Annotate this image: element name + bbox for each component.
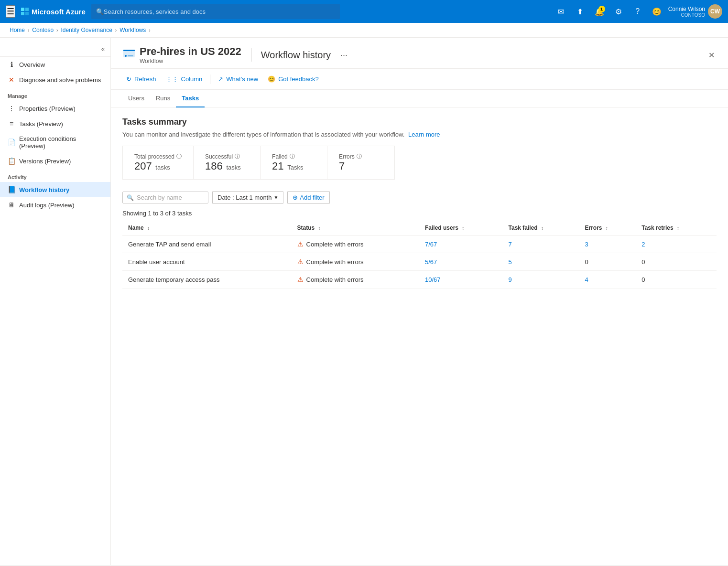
add-filter-button[interactable]: ⊕ Add filter — [287, 191, 329, 204]
failed-users-link-2[interactable]: 10/67 — [425, 276, 441, 283]
upload-button[interactable]: ⬆ — [573, 4, 588, 19]
col-task-retries[interactable]: Task retries ↕ — [636, 221, 717, 235]
refresh-button[interactable]: ↻ Refresh — [122, 73, 160, 85]
task-failed-link-2[interactable]: 9 — [509, 276, 512, 283]
tab-users[interactable]: Users — [122, 90, 150, 107]
sidebar-item-properties-label: Properties (Preview) — [19, 105, 76, 112]
breadcrumb-workflows[interactable]: Workflows — [120, 27, 146, 33]
user-profile[interactable]: Connie Wilson CONTOSO CW — [668, 4, 722, 19]
sidebar-item-diagnose[interactable]: ✕ Diagnose and solve problems — [0, 72, 110, 87]
collapse-icon: « — [101, 45, 105, 53]
summary-card-failed: Failed ⓘ 21 Tasks — [261, 146, 327, 179]
topbar: ☰ Microsoft Azure 🔍 ✉ ⬆ 🔔 1 ⚙ ? 😊 Connie… — [0, 0, 728, 23]
sidebar-item-audit-logs-label: Audit logs (Preview) — [19, 202, 75, 209]
settings-button[interactable]: ⚙ — [611, 4, 626, 19]
sidebar-item-versions[interactable]: 📋 Versions (Preview) — [0, 153, 110, 169]
learn-more-link[interactable]: Learn more — [408, 131, 440, 138]
col-status[interactable]: Status ↕ — [292, 221, 419, 235]
breadcrumb-home[interactable]: Home — [10, 27, 25, 33]
cell-status-2: ⚠ Complete with errors — [292, 271, 419, 288]
table-row: Generate TAP and send email ⚠ Complete w… — [122, 235, 717, 253]
feedback-toolbar-button[interactable]: 😊 Got feedback? — [264, 73, 323, 85]
status-text-1: Complete with errors — [306, 258, 364, 266]
sidebar-item-diagnose-label: Diagnose and solve problems — [19, 76, 101, 84]
feedback-button[interactable]: 😊 — [649, 4, 664, 19]
total-processed-label: Total processed — [134, 153, 174, 160]
section-title: Tasks summary — [122, 117, 717, 127]
col-failed-users[interactable]: Failed users ↕ — [419, 221, 503, 235]
filters-bar: 🔍 Date : Last 1 month ▼ ⊕ Add filter — [122, 191, 717, 204]
status-text-0: Complete with errors — [306, 241, 364, 248]
notifications-button[interactable]: 🔔 1 — [592, 4, 607, 19]
summary-cards: Total processed ⓘ 207 tasks Successful ⓘ… — [122, 146, 395, 180]
svg-rect-0 — [21, 8, 24, 11]
avatar: CW — [708, 4, 722, 19]
table-row: Enable user account ⚠ Complete with erro… — [122, 253, 717, 271]
task-failed-link-1[interactable]: 5 — [509, 258, 512, 266]
failed-users-link-0[interactable]: 7/67 — [425, 241, 437, 248]
topbar-actions: ✉ ⬆ 🔔 1 ⚙ ? 😊 Connie Wilson CONTOSO CW — [554, 4, 722, 19]
total-info-icon[interactable]: ⓘ — [176, 153, 182, 160]
hamburger-button[interactable]: ☰ — [6, 5, 15, 18]
search-input[interactable] — [137, 194, 204, 201]
toolbar-divider — [210, 75, 210, 84]
cell-failed-users-2: 10/67 — [419, 271, 503, 288]
successful-unit: tasks — [226, 164, 240, 171]
cell-name-2: Generate temporary access pass — [122, 271, 292, 288]
sort-task-retries-icon: ↕ — [677, 225, 679, 231]
workflow-history-icon: 📘 — [8, 186, 15, 193]
whats-new-icon: ↗ — [218, 75, 223, 83]
sidebar-item-properties[interactable]: ⋮ Properties (Preview) — [0, 101, 110, 116]
cell-retries-1: 0 — [636, 253, 717, 271]
search-box[interactable]: 🔍 — [122, 192, 208, 203]
failed-info-icon[interactable]: ⓘ — [290, 153, 295, 160]
whats-new-label: What's new — [226, 75, 258, 83]
search-input[interactable] — [104, 8, 335, 15]
toolbar: ↻ Refresh ⋮⋮ Column ↗ What's new 😊 Got f… — [111, 69, 728, 90]
sort-status-icon: ↕ — [318, 225, 321, 231]
sidebar-item-overview[interactable]: ℹ Overview — [0, 57, 110, 72]
cell-status-1: ⚠ Complete with errors — [292, 253, 419, 271]
global-search[interactable]: 🔍 — [91, 4, 340, 19]
breadcrumb-identity-governance[interactable]: Identity Governance — [61, 27, 112, 33]
successful-info-icon[interactable]: ⓘ — [235, 153, 240, 160]
refresh-label: Refresh — [134, 75, 156, 83]
failed-users-link-1[interactable]: 5/67 — [425, 258, 437, 266]
task-failed-link-0[interactable]: 7 — [509, 241, 512, 248]
cross-icon: ✕ — [8, 76, 15, 84]
col-name[interactable]: Name ↕ — [122, 221, 292, 235]
sidebar-item-tasks[interactable]: ≡ Tasks (Preview) — [0, 116, 110, 131]
sidebar-item-audit-logs[interactable]: 🖥 Audit logs (Preview) — [0, 197, 110, 213]
tabs: Users Runs Tasks — [111, 90, 728, 107]
warning-icon-2: ⚠ — [297, 276, 304, 283]
help-button[interactable]: ? — [630, 4, 645, 19]
total-value: 207 — [134, 160, 152, 172]
breadcrumb-contoso[interactable]: Contoso — [32, 27, 54, 33]
sidebar-item-execution[interactable]: 📄 Execution conditions (Preview) — [0, 131, 110, 153]
col-errors[interactable]: Errors ↕ — [579, 221, 636, 235]
failed-unit: Tasks — [287, 164, 303, 171]
app-logo: Microsoft Azure — [21, 8, 86, 16]
sidebar-item-versions-label: Versions (Preview) — [19, 158, 71, 165]
sort-failed-users-icon: ↕ — [462, 225, 464, 231]
col-task-failed[interactable]: Task failed ↕ — [503, 221, 579, 235]
page-subtitle: Workflow — [140, 58, 241, 64]
cell-retries-2: 0 — [636, 271, 717, 288]
column-button[interactable]: ⋮⋮ Column — [162, 73, 206, 85]
breadcrumb-sep-3: › — [115, 28, 117, 33]
ellipsis-menu-button[interactable]: ··· — [337, 48, 351, 62]
whats-new-button[interactable]: ↗ What's new — [214, 73, 262, 85]
date-filter-chip[interactable]: Date : Last 1 month ▼ — [212, 191, 283, 204]
close-button[interactable]: ✕ — [706, 49, 717, 62]
email-button[interactable]: ✉ — [554, 4, 569, 19]
retries-link-0[interactable]: 2 — [641, 241, 645, 248]
tab-tasks[interactable]: Tasks — [176, 90, 205, 107]
tab-runs[interactable]: Runs — [150, 90, 176, 107]
summary-card-total: Total processed ⓘ 207 tasks — [123, 146, 194, 179]
errors-info-icon[interactable]: ⓘ — [357, 153, 362, 160]
sidebar-collapse-button[interactable]: « — [0, 42, 110, 57]
errors-link-2[interactable]: 4 — [585, 276, 588, 283]
errors-link-0[interactable]: 3 — [585, 241, 588, 248]
sidebar-item-workflow-history[interactable]: 📘 Workflow history — [0, 182, 110, 197]
header-divider — [251, 48, 251, 62]
